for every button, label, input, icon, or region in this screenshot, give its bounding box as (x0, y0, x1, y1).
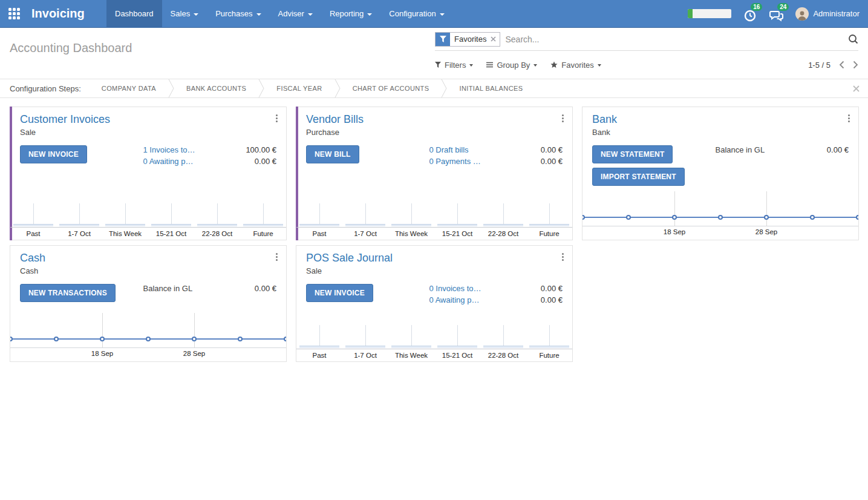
filter-facet-icon (436, 33, 450, 46)
info-row: 0 Draft bills 0.00 € (429, 145, 563, 154)
amount: 0.00 € (255, 157, 276, 166)
import-statement-button[interactable]: IMPORT STATEMENT (592, 168, 685, 186)
info-row: 0 Invoices to… 0.00 € (429, 284, 563, 293)
kebab-menu-icon[interactable] (561, 113, 565, 123)
step-fiscal-year[interactable]: FISCAL YEAR (272, 85, 327, 92)
data-point (582, 215, 585, 220)
journal-bar-chart: Past1-7 Oct This Week15-21 Oct 22-28 Oct… (296, 319, 572, 361)
search-facet-favorites[interactable]: Favorites (435, 32, 500, 47)
awaiting-payments-link[interactable]: 0 Awaiting p… (429, 295, 480, 304)
payments-link[interactable]: 0 Payments … (429, 157, 481, 166)
close-icon[interactable] (844, 85, 868, 92)
info-row: 0 Payments … 0.00 € (429, 157, 563, 166)
favorites-button[interactable]: Favorites (550, 61, 601, 70)
bar (299, 224, 339, 226)
card-subtitle: Purchase (306, 128, 564, 137)
step-chart-of-accounts[interactable]: CHART OF ACCOUNTS (348, 85, 434, 92)
avatar (795, 7, 809, 21)
filters-button[interactable]: Filters (435, 61, 473, 70)
info-row: Balance in GL 0.00 € (143, 284, 276, 293)
subscription-progress-bar[interactable] (688, 9, 731, 18)
step-bank-accounts[interactable]: BANK ACCOUNTS (181, 85, 251, 92)
search-icon[interactable] (841, 34, 858, 44)
card-title[interactable]: Cash (20, 252, 278, 265)
data-point (672, 215, 677, 220)
menu-adviser[interactable]: Adviser (270, 0, 321, 28)
menu-configuration[interactable]: Configuration (380, 0, 452, 28)
info-row: 1 Invoices to… 100.00 € (143, 145, 276, 154)
amount: 0.00 € (541, 295, 563, 304)
star-icon (550, 61, 558, 68)
caret-down-icon (440, 13, 445, 16)
awaiting-payments-link[interactable]: 0 Awaiting p… (143, 157, 194, 166)
chevron-separator-icon (334, 79, 341, 98)
info-row: 0 Awaiting p… 0.00 € (429, 295, 563, 304)
bar (59, 224, 99, 226)
step-initial-balances[interactable]: INITIAL BALANCES (454, 85, 527, 92)
data-point (146, 337, 151, 341)
data-point (54, 337, 59, 341)
data-point (238, 337, 243, 341)
new-statement-button[interactable]: NEW STATEMENT (592, 145, 673, 163)
kebab-menu-icon[interactable] (561, 252, 565, 262)
caret-down-icon (598, 64, 601, 67)
card-title[interactable]: Vendor Bills (306, 113, 564, 126)
new-invoice-button[interactable]: NEW INVOICE (306, 284, 373, 302)
next-icon[interactable] (853, 61, 858, 69)
data-point (284, 337, 286, 341)
balance-in-gl-label: Balance in GL (143, 284, 193, 293)
kebab-menu-icon[interactable] (275, 252, 279, 262)
prev-icon[interactable] (839, 61, 844, 69)
bar (437, 346, 477, 348)
caret-down-icon (534, 64, 537, 67)
journal-bar-chart: Past1-7 Oct This Week15-21 Oct 22-28 Oct… (10, 197, 286, 240)
kebab-menu-icon[interactable] (847, 113, 851, 123)
activity-clock-icon[interactable]: 16 (742, 6, 758, 22)
menu-purchases[interactable]: Purchases (207, 0, 269, 28)
new-transactions-button[interactable]: NEW TRANSACTIONS (20, 284, 116, 302)
invoices-to-validate-link[interactable]: 0 Invoices to… (429, 284, 481, 293)
facet-label: Favorites (450, 33, 491, 46)
menu-dashboard[interactable]: Dashboard (106, 0, 162, 28)
data-point (718, 215, 723, 220)
data-point (100, 337, 105, 341)
pager-range: 1-5 / 5 (808, 61, 830, 70)
menu-sales[interactable]: Sales (162, 0, 207, 28)
card-title[interactable]: Bank (592, 113, 850, 126)
card-title[interactable]: POS Sale Journal (306, 252, 564, 265)
caret-down-icon (256, 13, 261, 16)
chevron-separator-icon (441, 79, 447, 98)
chevron-separator-icon (168, 79, 174, 98)
control-panel: Accounting Dashboard Favorites (0, 28, 868, 79)
data-point (764, 215, 769, 220)
new-invoice-button[interactable]: NEW INVOICE (20, 145, 87, 163)
x-axis-labels: Past1-7 Oct This Week15-21 Oct 22-28 Oct… (296, 349, 572, 361)
card-title[interactable]: Customer Invoices (20, 113, 278, 126)
apps-grid-icon[interactable] (0, 0, 28, 28)
bar (345, 346, 385, 348)
new-bill-button[interactable]: NEW BILL (306, 145, 359, 163)
data-point (10, 337, 13, 341)
user-name: Administrator (813, 9, 860, 18)
draft-bills-link[interactable]: 0 Draft bills (429, 145, 469, 154)
bar (529, 346, 569, 348)
user-menu[interactable]: Administrator (795, 7, 860, 21)
messages-badge: 24 (777, 3, 789, 11)
group-by-button[interactable]: Group By (486, 61, 537, 70)
top-navbar: Invoicing Dashboard Sales Purchases Advi… (0, 0, 868, 28)
app-brand[interactable]: Invoicing (28, 7, 106, 21)
bar (529, 224, 569, 226)
invoices-to-validate-link[interactable]: 1 Invoices to… (143, 145, 195, 154)
menu-reporting[interactable]: Reporting (321, 0, 380, 28)
bar (13, 224, 53, 226)
caret-down-icon (469, 64, 473, 67)
info-row: 0 Awaiting p… 0.00 € (143, 157, 276, 166)
view-controls: Filters Group By Favorites 1-5 / 5 (435, 51, 858, 79)
chevron-separator-icon (258, 79, 264, 98)
search-input[interactable] (505, 35, 841, 44)
kebab-menu-icon[interactable] (275, 113, 279, 123)
apps-grid-glyph (8, 8, 20, 19)
step-company-data[interactable]: COMPANY DATA (97, 85, 161, 92)
messages-icon[interactable]: 24 (769, 6, 785, 22)
facet-remove-icon[interactable] (491, 33, 500, 46)
